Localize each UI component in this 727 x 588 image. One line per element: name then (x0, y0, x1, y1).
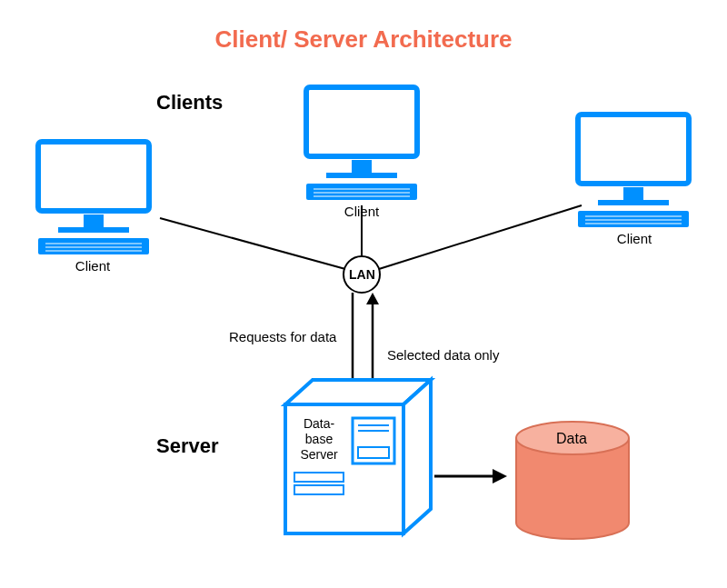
edge-client-right (379, 205, 582, 269)
client-left-icon (38, 142, 149, 254)
svg-rect-7 (306, 87, 417, 156)
section-clients-label: Clients (156, 91, 223, 115)
svg-rect-0 (38, 142, 149, 211)
arrow-response (366, 293, 379, 304)
client-mid-icon (306, 87, 417, 200)
edge-client-left (160, 218, 345, 269)
svg-rect-8 (352, 160, 372, 173)
svg-rect-9 (326, 173, 397, 178)
edge-request-label: Requests for data (229, 329, 336, 344)
svg-rect-14 (578, 115, 689, 184)
svg-rect-10 (306, 184, 417, 200)
client-right-label: Client (598, 231, 671, 246)
svg-rect-3 (38, 238, 149, 254)
client-right-icon (578, 115, 689, 227)
client-mid-label: Client (325, 204, 398, 219)
diagram-title: Client/ Server Architecture (214, 25, 512, 54)
svg-rect-1 (84, 214, 104, 227)
db-server-label: Data- base Server (293, 416, 345, 462)
diagram-canvas (0, 0, 727, 588)
svg-rect-16 (598, 200, 669, 205)
edge-response-label: Selected data only (387, 347, 499, 363)
client-left-label: Client (56, 258, 129, 274)
data-label: Data (556, 431, 587, 447)
lan-label: LAN (349, 267, 375, 282)
section-server-label: Server (156, 434, 219, 458)
svg-rect-15 (623, 187, 643, 200)
svg-rect-17 (578, 211, 689, 227)
arrow-server-data (493, 469, 507, 483)
svg-marker-22 (403, 380, 431, 533)
svg-rect-2 (58, 227, 129, 233)
